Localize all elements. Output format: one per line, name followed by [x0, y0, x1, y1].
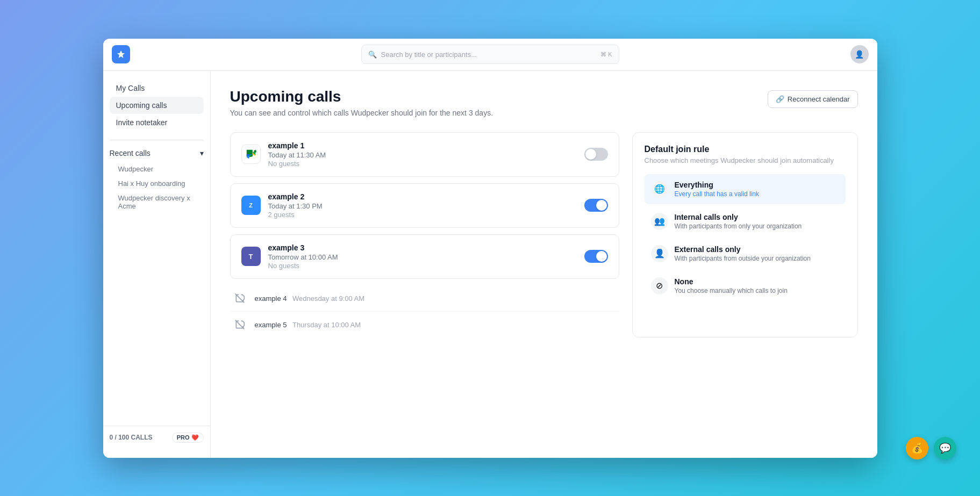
page-subtitle: You can see and control which calls Wudp…	[230, 109, 493, 117]
recent-calls-header[interactable]: Recent calls ▾	[103, 145, 210, 162]
rule-icon: ⊘	[651, 277, 668, 294]
rule-name: None	[675, 277, 788, 286]
rule-option-external[interactable]: 👤 External calls only With participants …	[645, 239, 846, 269]
call-row[interactable]: example 5 Thursday at 10:00 AM	[230, 312, 619, 337]
chat-button[interactable]: 💬	[934, 437, 956, 459]
rule-option-everything[interactable]: 🌐 Everything Every call that has a valid…	[645, 174, 846, 204]
reconnect-icon: 🔗	[776, 95, 784, 103]
rule-info: External calls only With participants fr…	[675, 245, 811, 262]
call-time: Today at 11:30 AM	[268, 151, 577, 159]
search-placeholder: Search by title or participants...	[381, 51, 597, 59]
money-button[interactable]: 💰	[906, 437, 928, 459]
call-row-icon	[232, 291, 247, 306]
call-info: example 3 Tomorrow at 10:00 AM No guests	[268, 243, 577, 270]
call-row-title: example 5	[255, 321, 287, 329]
calls-counter: 0 / 100 CALLS	[110, 434, 153, 441]
sidebar-recent-call-item[interactable]: Wudpecker	[108, 162, 206, 176]
page-title: Upcoming calls	[230, 88, 493, 105]
reconnect-calendar-button[interactable]: 🔗 Reconnect calendar	[768, 90, 858, 108]
floating-buttons: 💰 💬	[906, 437, 956, 459]
rule-info: Everything Every call that has a valid l…	[675, 181, 759, 198]
call-row[interactable]: example 4 Wednesday at 9:00 AM	[230, 285, 619, 312]
call-toggle[interactable]	[584, 199, 608, 212]
rule-option-none[interactable]: ⊘ None You choose manually which calls t…	[645, 271, 846, 301]
call-time: Today at 1:30 PM	[268, 202, 577, 210]
call-row-time: Wednesday at 9:00 AM	[292, 294, 364, 303]
sidebar-my-calls[interactable]: My Calls	[110, 80, 204, 97]
rule-icon: 👤	[651, 245, 668, 262]
teams-icon: T	[241, 247, 261, 266]
rule-desc: With participants from only your organiz…	[675, 222, 802, 230]
rule-name: External calls only	[675, 245, 811, 254]
search-bar[interactable]: 🔍 Search by title or participants... ⌘ K	[361, 45, 619, 64]
sidebar: My Calls Upcoming calls Invite notetaker…	[103, 71, 211, 458]
search-shortcut: ⌘ K	[600, 51, 612, 58]
call-title: example 1	[268, 141, 577, 150]
calls-list: example 1 Today at 11:30 AM No guests Z …	[230, 132, 619, 337]
call-card[interactable]: T example 3 Tomorrow at 10:00 AM No gues…	[230, 234, 619, 279]
sidebar-recent-call-item[interactable]: Wudpecker discovery x Acme	[108, 191, 206, 213]
sidebar-item-upcoming-calls[interactable]: Upcoming calls	[110, 97, 204, 114]
call-card[interactable]: example 1 Today at 11:30 AM No guests	[230, 132, 619, 177]
app-logo	[112, 45, 130, 63]
call-guests: No guests	[268, 262, 577, 270]
call-row-icon	[232, 317, 247, 332]
rule-icon: 👥	[651, 213, 668, 230]
sidebar-recent-call-item[interactable]: Hai x Huy onboarding	[108, 176, 206, 191]
sidebar-item-invite-notetaker[interactable]: Invite notetaker	[110, 114, 204, 131]
rule-icon: 🌐	[651, 181, 668, 198]
sidebar-divider	[110, 140, 204, 140]
rule-name: Everything	[675, 181, 759, 189]
rule-desc: Every call that has a valid link	[675, 190, 759, 198]
call-info: example 2 Today at 1:30 PM 2 guests	[268, 192, 577, 219]
google-meet-icon	[241, 145, 261, 164]
call-toggle[interactable]	[584, 148, 608, 161]
rule-desc: You choose manually which calls to join	[675, 287, 788, 294]
call-card[interactable]: Z example 2 Today at 1:30 PM 2 guests	[230, 183, 619, 228]
chevron-down-icon: ▾	[200, 149, 204, 157]
pro-badge[interactable]: PRO ❤️	[172, 433, 204, 443]
sidebar-footer: 0 / 100 CALLS PRO ❤️	[103, 426, 210, 449]
join-rule-panel: Default join rule Choose which meetings …	[632, 132, 858, 337]
search-icon: 🔍	[368, 51, 377, 59]
join-rule-subtitle: Choose which meetings Wudpecker should j…	[645, 156, 846, 164]
call-row-title: example 4	[255, 294, 287, 303]
call-info: example 1 Today at 11:30 AM No guests	[268, 141, 577, 168]
join-rule-title: Default join rule	[645, 145, 846, 154]
rule-info: None You choose manually which calls to …	[675, 277, 788, 294]
rule-option-internal[interactable]: 👥 Internal calls only With participants …	[645, 206, 846, 236]
no-video-icon	[232, 291, 247, 306]
call-toggle[interactable]	[584, 250, 608, 263]
call-guests: No guests	[268, 160, 577, 168]
rule-options-list: 🌐 Everything Every call that has a valid…	[645, 174, 846, 301]
rule-desc: With participants from outside your orga…	[675, 255, 811, 262]
user-avatar[interactable]	[850, 45, 869, 63]
no-video-icon	[232, 317, 247, 332]
page-content: Upcoming calls You can see and control w…	[211, 71, 877, 458]
zoom-icon: Z	[241, 196, 261, 215]
call-title: example 3	[268, 243, 577, 252]
call-row-time: Thursday at 10:00 AM	[292, 321, 361, 329]
call-guests: 2 guests	[268, 211, 577, 219]
recent-calls-list: WudpeckerHai x Huy onboardingWudpecker d…	[103, 162, 210, 213]
rule-info: Internal calls only With participants fr…	[675, 213, 802, 230]
rule-name: Internal calls only	[675, 213, 802, 221]
call-title: example 2	[268, 192, 577, 201]
call-time: Tomorrow at 10:00 AM	[268, 253, 577, 261]
